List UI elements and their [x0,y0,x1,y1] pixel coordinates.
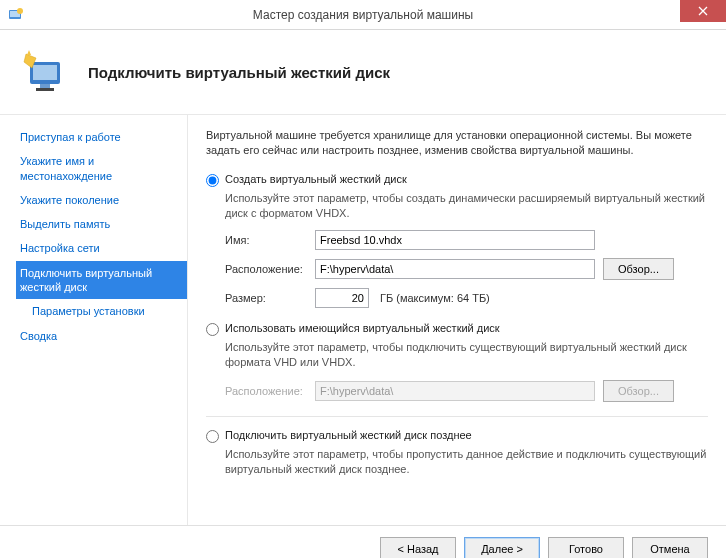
existing-location-input [315,381,595,401]
create-form: Имя: Расположение: Обзор... Размер: ГБ (… [225,230,708,308]
sidebar: Приступая к работе Укажите имя и местона… [0,115,188,525]
sidebar-item-generation[interactable]: Укажите поколение [16,188,187,212]
close-button[interactable] [680,0,726,22]
option-existing-desc: Используйте этот параметр, чтобы подключ… [225,340,708,370]
app-icon [8,7,24,23]
page-title: Подключить виртуальный жесткий диск [88,64,390,81]
sidebar-item-install[interactable]: Параметры установки [16,299,187,323]
intro-text: Виртуальной машине требуется хранилище д… [206,128,708,159]
sidebar-item-network[interactable]: Настройка сети [16,236,187,260]
svg-rect-6 [36,88,54,91]
titlebar: Мастер создания виртуальной машины [0,0,726,30]
option-existing-row: Использовать имеющийся виртуальный жестк… [206,322,708,336]
separator [206,416,708,417]
existing-browse-button: Обзор... [603,380,674,402]
main-panel: Виртуальной машине требуется хранилище д… [188,115,726,525]
size-input[interactable] [315,288,369,308]
radio-existing-label: Использовать имеющийся виртуальный жестк… [225,322,500,334]
svg-rect-5 [40,84,50,88]
svg-point-2 [17,8,23,14]
option-create-desc: Используйте этот параметр, чтобы создать… [225,191,708,221]
option-later-desc: Используйте этот параметр, чтобы пропуст… [225,447,708,477]
radio-later[interactable] [206,430,219,443]
svg-rect-4 [33,65,57,80]
sidebar-item-disk[interactable]: Подключить виртуальный жесткий диск [16,261,187,300]
wizard-header: Подключить виртуальный жесткий диск [0,30,726,115]
radio-create-label: Создать виртуальный жесткий диск [225,173,407,185]
back-button[interactable]: < Назад [380,537,456,558]
size-unit: ГБ (максимум: 64 ТБ) [380,292,490,304]
next-button[interactable]: Далее > [464,537,540,558]
location-input[interactable] [315,259,595,279]
wizard-icon [22,48,70,96]
existing-location-label: Расположение: [225,385,307,397]
window-title: Мастер создания виртуальной машины [253,8,473,22]
sidebar-item-summary[interactable]: Сводка [16,324,187,348]
close-icon [698,6,708,16]
browse-button[interactable]: Обзор... [603,258,674,280]
sidebar-item-name[interactable]: Укажите имя и местонахождение [16,149,187,188]
location-label: Расположение: [225,263,307,275]
sidebar-item-memory[interactable]: Выделить память [16,212,187,236]
option-create-row: Создать виртуальный жесткий диск [206,173,708,187]
size-label: Размер: [225,292,307,304]
existing-form: Расположение: Обзор... [225,380,708,402]
radio-create[interactable] [206,174,219,187]
name-input[interactable] [315,230,595,250]
cancel-button[interactable]: Отмена [632,537,708,558]
wizard-body: Приступая к работе Укажите имя и местона… [0,115,726,525]
option-later-row: Подключить виртуальный жесткий диск позд… [206,429,708,443]
radio-later-label: Подключить виртуальный жесткий диск позд… [225,429,472,441]
sidebar-item-start[interactable]: Приступая к работе [16,125,187,149]
footer: < Назад Далее > Готово Отмена [0,525,726,558]
name-label: Имя: [225,234,307,246]
radio-existing[interactable] [206,323,219,336]
finish-button[interactable]: Готово [548,537,624,558]
